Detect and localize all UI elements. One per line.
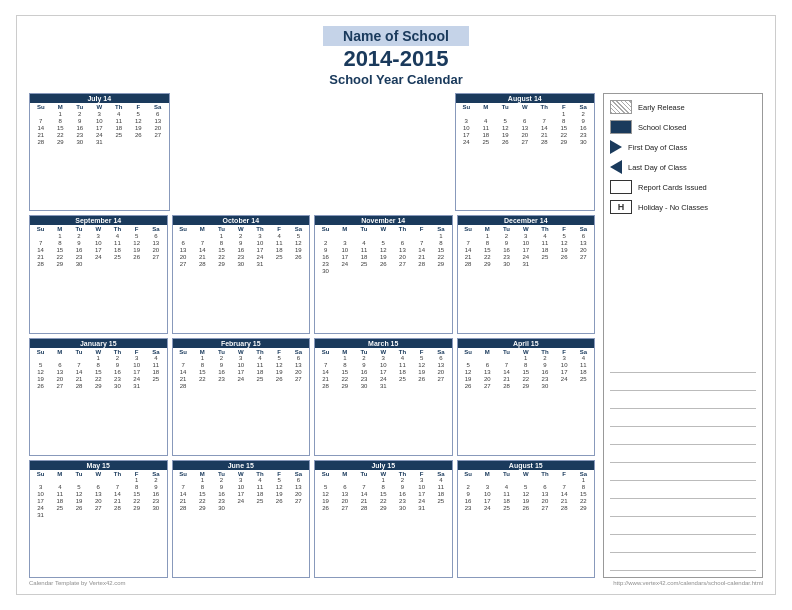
cal-day: 27 [478,383,497,390]
cal-row-3: January 15SuMTuWThFSa1234567891011121314… [29,338,595,456]
cal-day: 23 [108,376,127,383]
cal-row-1: July 14SuMTuWThFSa1234567891011121314151… [29,93,595,211]
cal-day: 10 [478,491,497,498]
cal-day: 20 [515,131,535,138]
cal-day: 27 [393,260,412,267]
cal-day: 29 [516,383,535,390]
cal-grid: SuMTuWThFSa12345678910111213141516171819… [173,470,310,513]
cal-day: 30 [231,260,250,267]
cal-day: 16 [574,124,594,131]
cal-title: May 15 [30,461,167,470]
cal-day: 18 [476,131,496,138]
cal-day [476,110,496,117]
cal-day: 20 [89,498,108,505]
footer: Calendar Template by Vertex42.com http:/… [29,580,763,586]
cal-day: 4 [146,355,165,362]
cal-day: 22 [574,498,593,505]
cal-day: 29 [89,383,108,390]
cal-day: 26 [555,253,574,260]
cal-day: 17 [516,246,535,253]
cal-day: 9 [535,362,554,369]
cal-day: 11 [393,362,412,369]
legend-item-school-closed: School Closed [610,120,756,134]
cal-day: 23 [70,131,90,138]
cal-day: 12 [270,362,289,369]
cal-day: 2 [212,355,231,362]
cal-day: 1 [193,355,212,362]
cal-day: 10 [127,362,146,369]
cal-day: 5 [129,110,149,117]
cal-day: 14 [108,491,127,498]
cal-day: 17 [31,498,50,505]
cal-day: 4 [354,239,373,246]
cal-day: 3 [555,355,574,362]
cal-grid: SuMTuWThFSa12345678910111213141516171819… [30,470,167,520]
cal-day: 30 [354,383,373,390]
cal-day: 30 [535,383,554,390]
cal-day: 29 [478,260,497,267]
cal-day: 22 [212,253,231,260]
cal-day: 7 [555,484,574,491]
cal-day: 10 [555,362,574,369]
cal-grid: SuMTuWThFSa12345678910111213141516171819… [315,348,452,391]
cal-day: 19 [289,246,308,253]
cal-day: 19 [496,131,516,138]
cal-day: 13 [50,369,69,376]
cal-day: 3 [231,355,250,362]
cal-day: 5 [459,362,478,369]
cal-day: 5 [496,117,516,124]
legend-item-holiday: HHoliday - No Classes [610,200,756,214]
cal-day: 10 [516,239,535,246]
cal-day: 9 [108,362,127,369]
calendar-december14: December 14SuMTuWThFSa123456789101112131… [457,215,596,333]
cal-day: 28 [535,138,555,145]
cal-title: June 15 [173,461,310,470]
calendar-january15: January 15SuMTuWThFSa1234567891011121314… [29,338,168,456]
cal-day: 2 [574,110,594,117]
cal-day: 24 [516,253,535,260]
cal-day: 26 [289,253,308,260]
cal-day: 13 [535,491,554,498]
cal-day: 1 [127,477,146,484]
cal-day: 19 [459,376,478,383]
cal-day: 18 [354,253,373,260]
cal-title: August 15 [458,461,595,470]
cal-day [457,110,477,117]
cal-day: 7 [316,362,335,369]
cal-day: 4 [574,355,593,362]
cal-day: 24 [412,498,431,505]
cal-day: 22 [554,131,574,138]
cal-day: 13 [478,369,497,376]
cal-day: 17 [231,369,250,376]
cal-day [497,477,516,484]
cal-day [69,477,88,484]
cal-day [50,355,69,362]
cal-title: September 14 [30,216,167,225]
cal-day: 2 [69,232,88,239]
cal-day [89,477,108,484]
cal-day: 1 [374,477,393,484]
cal-day: 17 [231,491,250,498]
cal-day: 9 [574,117,594,124]
legend-item-report-cards: Report Cards Issued [610,180,756,194]
cal-day: 10 [90,117,110,124]
legend-line [610,449,756,463]
cal-day: 3 [374,355,393,362]
cal-day: 1 [478,232,497,239]
cal-day: 11 [270,239,289,246]
cal-day: 26 [316,505,335,512]
cal-day: 1 [51,110,71,117]
cal-day: 8 [374,484,393,491]
cal-day: 21 [412,253,431,260]
cal-day: 11 [50,491,69,498]
cal-day: 21 [459,253,478,260]
page: Name of School 2014-2015 School Year Cal… [16,15,776,595]
cal-day: 19 [270,491,289,498]
cal-day: 8 [193,362,212,369]
cal-day: 31 [250,260,269,267]
cal-day: 4 [431,477,450,484]
cal-day: 23 [212,498,231,505]
cal-day: 8 [193,484,212,491]
cal-day: 21 [535,131,555,138]
cal-day: 9 [497,239,516,246]
